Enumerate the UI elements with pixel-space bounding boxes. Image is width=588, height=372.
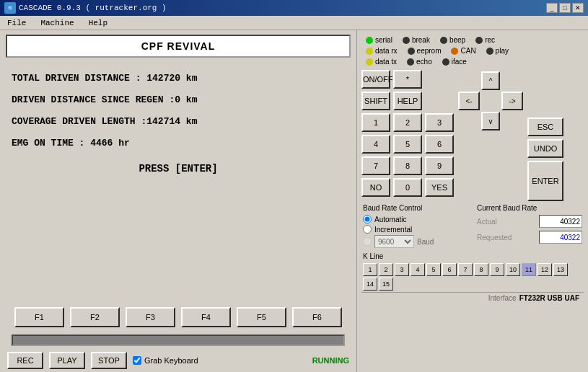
kline-section: K Line 123456789101112131415 xyxy=(361,251,584,292)
lr-arrows: <- -> xyxy=(458,92,523,110)
actual-baud-label: Actual xyxy=(477,218,497,226)
iface-label: iface xyxy=(452,58,467,66)
menu-help[interactable]: Help xyxy=(84,18,112,28)
progress-bar xyxy=(12,335,345,346)
requested-baud-label: Requested xyxy=(477,234,512,242)
grab-keyboard-checkbox[interactable] xyxy=(133,356,141,365)
beep-dot xyxy=(440,37,447,44)
kline-btn-9[interactable]: 9 xyxy=(490,263,504,276)
f4-button[interactable]: F4 xyxy=(181,307,231,327)
keypad-row-5: 7 8 9 xyxy=(361,156,454,175)
play-dot xyxy=(486,48,493,55)
eeprom-indicator: eeprom xyxy=(408,47,442,55)
break-indicator: break xyxy=(403,36,430,44)
yes-button[interactable]: YES xyxy=(425,178,454,197)
kline-btn-4[interactable]: 4 xyxy=(411,263,425,276)
f6-button[interactable]: F6 xyxy=(292,307,342,327)
line-1: TOTAL DRIVEN DISTANCE : 142720 km xyxy=(12,69,345,88)
key-0[interactable]: 0 xyxy=(393,178,422,197)
f2-button[interactable]: F2 xyxy=(70,307,120,327)
key-6[interactable]: 6 xyxy=(425,135,454,154)
status-row-2: data rx eeprom CAN play xyxy=(363,45,582,56)
play-indicator: play xyxy=(486,47,509,55)
interface-bar: Interface FT232R USB UAF xyxy=(361,292,584,304)
arrow-center-spacer xyxy=(481,92,500,110)
manual-radio[interactable] xyxy=(363,237,372,246)
kline-btn-3[interactable]: 3 xyxy=(395,263,409,276)
datatx-indicator: data tx xyxy=(366,58,397,66)
baud-rate-select[interactable]: 9600 xyxy=(374,235,414,248)
kline-btn-6[interactable]: 6 xyxy=(442,263,457,276)
no-button[interactable]: NO xyxy=(361,178,390,197)
line-2: DRIVEN DISTANCE SINCE REGEN :0 km xyxy=(12,91,345,110)
stop-button[interactable]: STOP xyxy=(91,352,127,369)
up-arrow-button[interactable]: ^ xyxy=(481,71,500,90)
minimize-button[interactable]: _ xyxy=(546,3,558,13)
status-indicators: serial break beep rec data rx xyxy=(361,33,584,70)
kline-btn-2[interactable]: 2 xyxy=(379,263,393,276)
kline-btn-10[interactable]: 10 xyxy=(506,263,520,276)
enter-button[interactable]: ENTER xyxy=(527,161,563,201)
current-baud: Current Baud Rate Actual 40322 Requested… xyxy=(477,204,582,248)
key-5[interactable]: 5 xyxy=(393,135,422,154)
key-8[interactable]: 8 xyxy=(393,156,422,175)
kline-btn-5[interactable]: 5 xyxy=(426,263,441,276)
auto-label: Automatic xyxy=(374,216,406,223)
rec-label: rec xyxy=(485,36,495,44)
right-arrow-button[interactable]: -> xyxy=(501,92,523,110)
close-button[interactable]: ✕ xyxy=(572,3,584,13)
star-button[interactable]: * xyxy=(393,70,422,89)
auto-radio[interactable] xyxy=(363,215,372,223)
kline-btn-1[interactable]: 1 xyxy=(363,263,377,276)
play-button[interactable]: PLAY xyxy=(49,352,85,369)
kline-btn-15[interactable]: 15 xyxy=(379,278,393,291)
interface-label: Interface xyxy=(488,294,517,302)
key-2[interactable]: 2 xyxy=(393,113,422,132)
undo-button[interactable]: UNDO xyxy=(527,139,563,158)
kline-btn-14[interactable]: 14 xyxy=(363,278,377,291)
down-arrow-button[interactable]: v xyxy=(481,112,500,130)
key-4[interactable]: 4 xyxy=(361,135,390,154)
kline-btn-11[interactable]: 11 xyxy=(522,263,536,276)
rec-dot xyxy=(475,37,483,44)
right-panel: serial break beep rec data rx xyxy=(357,30,588,372)
menu-bar: File Machine Help xyxy=(0,16,588,30)
app-icon: ≋ xyxy=(4,2,16,14)
incremental-radio[interactable] xyxy=(363,225,372,234)
key-1[interactable]: 1 xyxy=(361,113,390,132)
menu-file[interactable]: File xyxy=(3,18,30,28)
grab-keyboard-label[interactable]: Grab Keyboard xyxy=(133,356,198,365)
onoff-button[interactable]: ON/OFF xyxy=(361,70,390,89)
key-7[interactable]: 7 xyxy=(361,156,390,175)
f3-button[interactable]: F3 xyxy=(126,307,175,327)
left-arrow-button[interactable]: <- xyxy=(458,92,480,110)
menu-machine[interactable]: Machine xyxy=(36,18,78,28)
eeprom-label: eeprom xyxy=(417,47,442,55)
rec-indicator: rec xyxy=(475,36,495,44)
kline-btn-12[interactable]: 12 xyxy=(537,263,552,276)
keypad-left: ON/OFF * SHIFT HELP 1 2 3 4 5 6 xyxy=(361,70,454,201)
kline-buttons: 123456789101112131415 xyxy=(363,263,582,291)
help-button[interactable]: HELP xyxy=(393,92,422,110)
status-row-1: serial break beep rec xyxy=(363,35,582,45)
actual-baud-value: 40322 xyxy=(539,215,582,228)
f5-button[interactable]: F5 xyxy=(237,307,286,327)
datatx-label: data tx xyxy=(375,58,397,66)
kline-btn-7[interactable]: 7 xyxy=(458,263,473,276)
esc-button[interactable]: ESC xyxy=(527,118,563,136)
rec-button[interactable]: REC xyxy=(7,352,43,369)
action-buttons: ESC UNDO ENTER xyxy=(527,70,563,201)
echo-label: echo xyxy=(416,58,432,66)
kline-btn-8[interactable]: 8 xyxy=(474,263,488,276)
status-row-3: data tx echo iface xyxy=(363,56,582,67)
key-3[interactable]: 3 xyxy=(425,113,454,132)
key-9[interactable]: 9 xyxy=(425,156,454,175)
kline-btn-13[interactable]: 13 xyxy=(553,263,568,276)
shift-button[interactable]: SHIFT xyxy=(361,92,390,110)
baud-section: Baud Rate Control Automatic Incremental … xyxy=(361,201,584,251)
keypad-row-1: ON/OFF * xyxy=(361,70,454,89)
title-bar: ≋ CASCADE 0.9.3 ( rutracker.org ) _ □ ✕ xyxy=(0,0,588,16)
maximize-button[interactable]: □ xyxy=(559,3,571,13)
f1-button[interactable]: F1 xyxy=(14,307,64,327)
bottom-controls: REC PLAY STOP Grab Keyboard RUNNING xyxy=(0,349,356,372)
